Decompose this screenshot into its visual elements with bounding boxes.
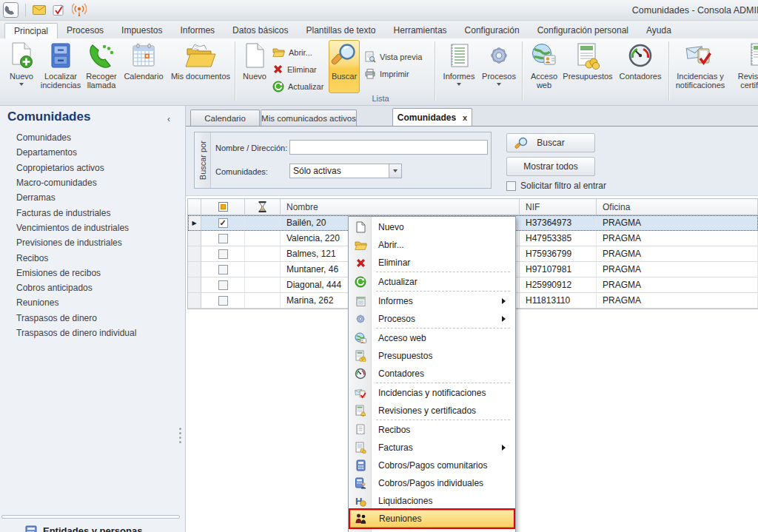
- ribbon-tab-configuraci-n-personal[interactable]: Configuración personal: [529, 23, 637, 38]
- name-input[interactable]: [289, 140, 488, 155]
- sidebar-item-vencimientos-de-industriales[interactable]: Vencimientos de industriales: [16, 220, 182, 235]
- row-checkbox[interactable]: [201, 262, 245, 277]
- status-column-header[interactable]: [245, 199, 281, 215]
- sidebar-item-recibos[interactable]: Recibos: [16, 250, 182, 265]
- context-menu-item-cobros-pagos-comunitarios[interactable]: Cobros/Pagos comunitarios: [349, 457, 515, 474]
- tasks-icon[interactable]: [53, 4, 65, 16]
- sidebar-item-copropietarios-activos[interactable]: Copropietarios activos: [16, 161, 182, 175]
- select-all-header[interactable]: [201, 199, 245, 215]
- context-menu-item-procesos[interactable]: Procesos: [349, 310, 515, 328]
- sidebar-item-facturas-de-industriales[interactable]: Facturas de industriales: [16, 205, 182, 220]
- context-menu-item-abrir-[interactable]: Abrir...: [349, 236, 515, 254]
- ribbon-revisiones-button[interactable]: Revisiones y certificados: [731, 41, 758, 90]
- column-header-nif[interactable]: NIF: [520, 199, 597, 215]
- context-menu-item-actualizar[interactable]: Actualizar: [349, 273, 515, 291]
- ribbon-tab-informes[interactable]: Informes: [171, 23, 224, 38]
- ribbon-tab-procesos[interactable]: Procesos: [58, 23, 113, 38]
- cell-oficina[interactable]: PRAGMA: [597, 246, 758, 262]
- ribbon-tab-impuestos[interactable]: Impuestos: [113, 23, 171, 38]
- row-checkbox[interactable]: [201, 293, 245, 309]
- ribbon-mis-documentos-button[interactable]: Mis documentos: [169, 41, 232, 81]
- cell-oficina[interactable]: PRAGMA: [597, 277, 758, 293]
- cell-nif[interactable]: H11813110: [520, 293, 597, 309]
- row-checkbox[interactable]: [201, 246, 245, 262]
- context-menu-item-informes[interactable]: Informes: [349, 292, 515, 310]
- context-menu-item-revisiones-y-certificados[interactable]: Revisiones y certificados: [349, 402, 515, 420]
- ribbon-procesos-button[interactable]: Procesos: [480, 41, 518, 90]
- collapse-sidebar-button[interactable]: ‹: [167, 114, 170, 124]
- sidebar-item-derramas[interactable]: Derramas: [16, 190, 182, 205]
- ribbon-tab-ayuda[interactable]: Ayuda: [637, 23, 680, 38]
- sidebar-item-emisiones-de-recibos[interactable]: Emisiones de recibos: [16, 266, 182, 280]
- ribbon-informes-button[interactable]: Informes: [440, 41, 478, 90]
- cell-oficina[interactable]: PRAGMA: [597, 293, 758, 309]
- communities-select[interactable]: Sólo activas: [289, 164, 402, 178]
- context-menu-item-contadores[interactable]: Contadores: [349, 365, 515, 383]
- ribbon-acceso-web-button[interactable]: Acceso web: [527, 41, 561, 90]
- context-menu-item-acceso-web[interactable]: Acceso web: [349, 329, 515, 347]
- splitter-grip[interactable]: [179, 425, 182, 445]
- cell-oficina[interactable]: PRAGMA: [597, 231, 758, 246]
- chevron-down-icon[interactable]: [389, 164, 401, 178]
- cell-nif[interactable]: H37364973: [520, 215, 597, 231]
- ribbon-localizar-incidencias-button[interactable]: Localizar incidencias: [40, 41, 81, 90]
- context-menu-item-eliminar[interactable]: Eliminar: [349, 254, 515, 272]
- buscar-button[interactable]: Buscar: [506, 133, 595, 152]
- ribbon-nuevo-button[interactable]: Nuevo: [4, 41, 38, 90]
- mail-icon[interactable]: [33, 5, 46, 15]
- cell-nif[interactable]: H97107981: [520, 262, 597, 277]
- document-tab-comunidades[interactable]: Comunidadesx: [392, 108, 472, 126]
- ribbon-nuevo-lista-button[interactable]: Nuevo: [238, 41, 271, 81]
- row-checkbox[interactable]: ✓: [201, 215, 245, 231]
- sidebar-item-entidades[interactable]: Entidades y personas: [25, 525, 142, 532]
- sidebar-item-traspasos-de-dinero-individual[interactable]: Traspasos de dinero individual: [16, 326, 182, 340]
- context-menu-item-facturas[interactable]: Facturas: [349, 439, 515, 457]
- sidebar-item-comunidades[interactable]: Comunidades: [16, 130, 182, 145]
- ribbon-calendario-button[interactable]: Calendario: [120, 41, 167, 81]
- ribbon-buscar-button[interactable]: Buscar: [329, 40, 360, 93]
- row-indicator-header: [188, 199, 201, 215]
- column-header-oficina[interactable]: Oficina: [597, 199, 758, 215]
- sidebar-item-reuniones[interactable]: Reuniones: [16, 295, 182, 310]
- cell-oficina[interactable]: PRAGMA: [597, 215, 758, 231]
- row-checkbox[interactable]: [201, 277, 245, 293]
- ribbon-vista-previa-button[interactable]: Vista previa: [364, 48, 432, 65]
- row-checkbox[interactable]: [201, 231, 245, 246]
- context-menu-item-incidencias-y-notificaciones[interactable]: Incidencias y notificaciones: [349, 384, 515, 402]
- ribbon-presupuestos-button[interactable]: Presupuestos: [563, 41, 613, 81]
- ribbon-tab-plantillas-de-texto[interactable]: Plantillas de texto: [297, 23, 384, 38]
- sidebar-item-previsiones-de-industriales[interactable]: Previsiones de industriales: [16, 235, 182, 250]
- context-menu-item-cobros-pagos-individuales[interactable]: Cobros/Pagos individuales: [349, 474, 515, 492]
- ribbon-contadores-button[interactable]: Contadores: [616, 41, 665, 81]
- document-tab-mis-comunicados-activos[interactable]: Mis comunicados activos: [261, 110, 357, 126]
- group-separator: [435, 41, 435, 101]
- cell-oficina[interactable]: PRAGMA: [597, 262, 758, 277]
- cell-nif[interactable]: H25990912: [520, 277, 597, 293]
- ribbon-incidencias-button[interactable]: Incidencias y notificaciones: [672, 41, 728, 90]
- context-menu-item-recibos[interactable]: Recibos: [349, 421, 515, 439]
- cell-nif[interactable]: H47953385: [520, 231, 597, 246]
- sidebar-item-departamentos[interactable]: Departamentos: [16, 145, 182, 160]
- solicitar-filtro-checkbox[interactable]: [506, 181, 516, 191]
- sidebar-item-macro-comunidades[interactable]: Macro-comunidades: [16, 175, 182, 190]
- ribbon-tab-datos-b-sicos[interactable]: Datos básicos: [224, 23, 297, 38]
- sidebar-section-splitter[interactable]: [1, 515, 180, 519]
- mostrar-todos-button[interactable]: Mostrar todos: [506, 157, 595, 176]
- broadcast-icon[interactable]: [72, 3, 87, 17]
- app-icon[interactable]: [3, 2, 19, 18]
- document-tab-calendario[interactable]: Calendario: [190, 110, 260, 126]
- ribbon-tab-configuraci-n[interactable]: Configuración: [456, 23, 529, 38]
- sidebar-item-cobros-anticipados[interactable]: Cobros anticipados: [16, 280, 182, 295]
- context-menu-item-nuevo[interactable]: Nuevo: [349, 218, 515, 236]
- sidebar-item-traspasos-de-dinero[interactable]: Traspasos de dinero: [16, 311, 182, 326]
- ribbon-imprimir-button[interactable]: Imprimir: [364, 65, 432, 82]
- close-tab-icon[interactable]: x: [463, 113, 467, 122]
- ribbon-recoger-llamada-button[interactable]: Recoger llamada: [83, 41, 120, 90]
- ribbon-tab-principal[interactable]: Principal: [4, 23, 58, 38]
- column-header-nombre[interactable]: Nombre: [281, 199, 520, 215]
- invoice-icon: [354, 441, 367, 454]
- context-menu-item-liquidaciones[interactable]: HLiquidaciones: [349, 492, 515, 510]
- cell-nif[interactable]: H75936799: [520, 246, 597, 262]
- context-menu-item-presupuestos[interactable]: Presupuestos: [349, 347, 515, 365]
- ribbon-tab-herramientas[interactable]: Herramientas: [385, 23, 456, 38]
